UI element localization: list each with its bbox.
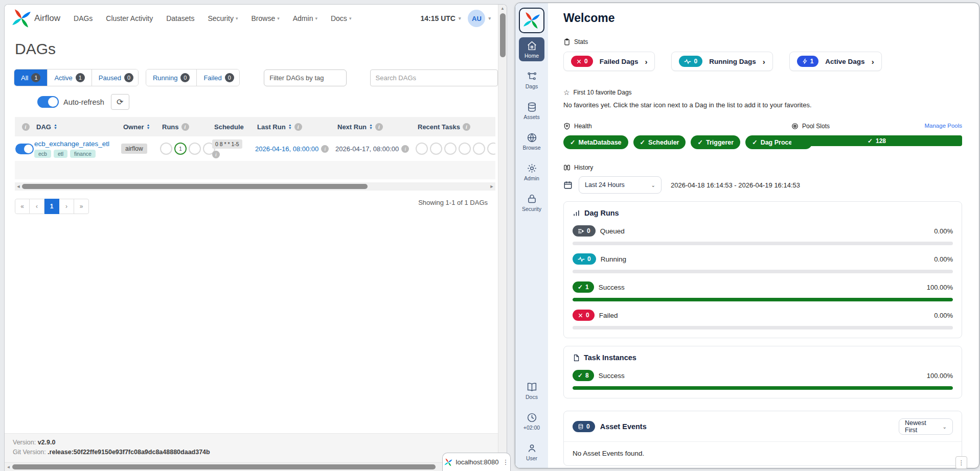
sort-icon[interactable]: ▲▼ [146, 124, 150, 130]
sidebar-item-assets[interactable]: Assets [519, 99, 544, 123]
scroll-up-icon[interactable]: ▲ [498, 5, 507, 12]
history-range-select[interactable]: Last 24 Hours ⌄ [579, 176, 662, 194]
failed-percent: 0.00% [934, 312, 953, 319]
page-last-button[interactable]: » [74, 199, 89, 214]
manage-pools-link[interactable]: Manage Pools [924, 123, 962, 129]
state-filter-group: Running0 Failed0 [146, 69, 240, 86]
auto-refresh-toggle[interactable] [37, 96, 59, 108]
info-icon[interactable] [463, 123, 470, 131]
header-dag[interactable]: DAG ▲▼ [34, 123, 121, 131]
scrollbar-thumb[interactable] [12, 464, 436, 469]
sidebar-item-user[interactable]: User [519, 440, 544, 464]
info-icon[interactable] [401, 145, 409, 153]
task-state-circle[interactable] [459, 143, 471, 155]
scrollbar-thumb[interactable] [500, 13, 506, 57]
run-success-circle[interactable]: 1 [174, 143, 187, 155]
task-state-circle[interactable] [487, 143, 495, 155]
nav-cluster-activity[interactable]: Cluster Activity [106, 14, 153, 22]
owner-badge[interactable]: airflow [121, 144, 147, 154]
nav-datasets[interactable]: Datasets [166, 14, 194, 22]
nav-admin[interactable]: Admin▾ [293, 14, 317, 22]
dag-name-link[interactable]: ecb_exchange_rates_etl [34, 140, 121, 148]
search-dags-input[interactable] [370, 69, 498, 86]
header-last-run[interactable]: Last Run ▲▼ [255, 123, 335, 131]
sidebar-item-docs[interactable]: Docs [519, 379, 544, 403]
task-state-circle[interactable] [473, 143, 485, 155]
scroll-left-icon[interactable]: ◄ [15, 182, 22, 191]
sidebar-item-dags[interactable]: Dags [519, 68, 544, 92]
more-vertical-button[interactable]: ⋮ [955, 456, 967, 469]
nav-docs[interactable]: Docs▾ [331, 14, 351, 22]
page-1-button[interactable]: 1 [44, 199, 59, 214]
dag-row: ecb_exchange_rates_etl ecb etl finance a… [15, 136, 495, 161]
header-next-run[interactable]: Next Run ▲▼ [335, 123, 416, 131]
sidebar-item-admin[interactable]: Admin [519, 160, 544, 184]
filter-paused-button[interactable]: Paused0 [92, 69, 139, 86]
taskbar-tab-localhost[interactable]: localhost:8080 ⋮ [442, 453, 511, 471]
sort-icon[interactable]: ▲▼ [288, 124, 292, 130]
running-dags-card[interactable]: 0 Running Dags › [671, 52, 772, 71]
sidebar-item-timezone[interactable]: +02:00 [519, 409, 544, 433]
sidebar-item-browse[interactable]: Browse [519, 129, 544, 153]
last-run-link[interactable]: 2026-04-16, 08:00:00 [255, 145, 318, 153]
header-owner[interactable]: Owner ▲▼ [121, 123, 160, 131]
dag-tag[interactable]: ecb [34, 150, 51, 158]
filter-all-button[interactable]: All1 [14, 69, 47, 86]
task-state-circle[interactable] [416, 143, 428, 155]
nav-browse[interactable]: Browse▾ [252, 14, 280, 22]
info-icon[interactable] [294, 123, 302, 131]
nav-dags[interactable]: DAGs [74, 14, 93, 22]
user-menu[interactable]: AU ▾ [468, 10, 491, 27]
run-queued-circle[interactable] [160, 143, 172, 155]
more-vertical-icon[interactable]: ⋮ [502, 458, 509, 466]
chevron-down-icon: ⌄ [943, 424, 947, 430]
filter-active-button[interactable]: Active1 [47, 69, 91, 86]
refresh-button[interactable]: ⟳ [111, 94, 129, 110]
dag-pause-toggle[interactable] [15, 144, 34, 154]
sort-icon[interactable]: ▲▼ [54, 124, 57, 130]
refresh-icon: ⟳ [117, 97, 123, 107]
asset-events-sort-select[interactable]: Newest First ⌄ [899, 418, 953, 435]
timezone-selector[interactable]: 14:15 UTC▾ [420, 14, 461, 22]
nav-security[interactable]: Security▾ [208, 14, 238, 22]
scroll-right-icon[interactable]: ► [488, 182, 495, 191]
filter-running-button[interactable]: Running0 [146, 69, 196, 86]
run-running-circle[interactable] [189, 143, 201, 155]
task-state-circle[interactable] [444, 143, 457, 155]
info-icon[interactable] [375, 123, 383, 131]
scrollbar-thumb[interactable] [22, 184, 368, 189]
sidebar-item-security[interactable]: Security [519, 191, 544, 215]
auto-refresh-label: Auto-refresh [63, 98, 104, 106]
running-pill: 0 [573, 253, 596, 265]
pool-slots-bar[interactable]: ✓ 128 [791, 135, 962, 146]
scroll-left-icon[interactable]: ◄ [5, 463, 12, 471]
page-first-button[interactable]: « [15, 199, 30, 214]
airflow-logo-button[interactable] [519, 8, 544, 33]
airflow-brand[interactable]: Airflow [12, 9, 60, 28]
tag-filter-input[interactable] [264, 69, 347, 86]
dag-tag[interactable]: finance [70, 150, 96, 158]
active-dags-card[interactable]: 1 Active Dags › [789, 52, 882, 71]
filter-failed-button[interactable]: Failed0 [196, 69, 240, 86]
page-prev-button[interactable]: ‹ [30, 199, 44, 214]
vertical-scrollbar[interactable]: ▲ [498, 5, 507, 462]
info-icon[interactable] [212, 151, 220, 158]
check-icon: ✓ [868, 137, 873, 145]
schedule-badge[interactable]: 0 8 * * 1-5 [212, 139, 242, 149]
info-icon[interactable] [321, 145, 329, 153]
failed-progress-bar [573, 326, 953, 329]
sort-icon[interactable]: ▲▼ [369, 124, 373, 130]
failed-dags-card[interactable]: 0 Failed Dags › [563, 52, 655, 71]
info-icon[interactable] [22, 123, 30, 131]
dag-runs-success-row: ✓ 1 Success 100.00% [573, 281, 953, 293]
task-state-circle[interactable] [430, 143, 442, 155]
dag-tag[interactable]: etl [54, 150, 67, 158]
avatar[interactable]: AU [468, 10, 485, 27]
page-next-button[interactable]: › [59, 199, 74, 214]
info-icon[interactable] [181, 123, 189, 131]
activity-icon [684, 59, 691, 64]
sidebar-item-home[interactable]: Home [519, 37, 544, 61]
window-horizontal-scrollbar[interactable]: ◄ ► [5, 462, 498, 471]
version-footer: Version: v2.9.0 Git Version: .release:50… [5, 433, 498, 462]
table-horizontal-scrollbar[interactable]: ◄ ► [15, 182, 495, 191]
